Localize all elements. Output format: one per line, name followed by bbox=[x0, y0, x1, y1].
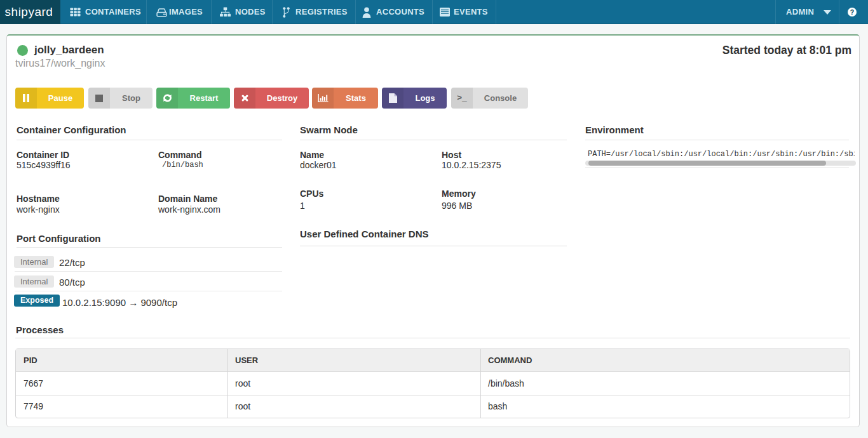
svg-text:?: ? bbox=[850, 8, 854, 16]
